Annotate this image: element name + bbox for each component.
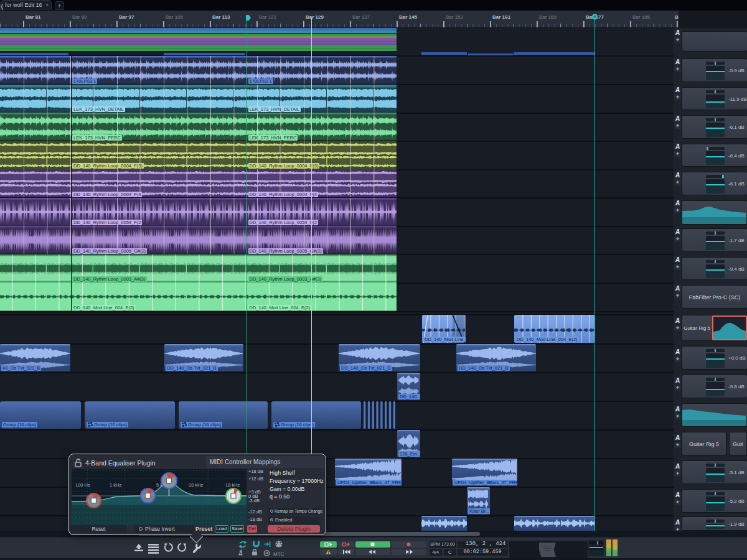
svg-text:MTC: MTC <box>273 551 284 557</box>
